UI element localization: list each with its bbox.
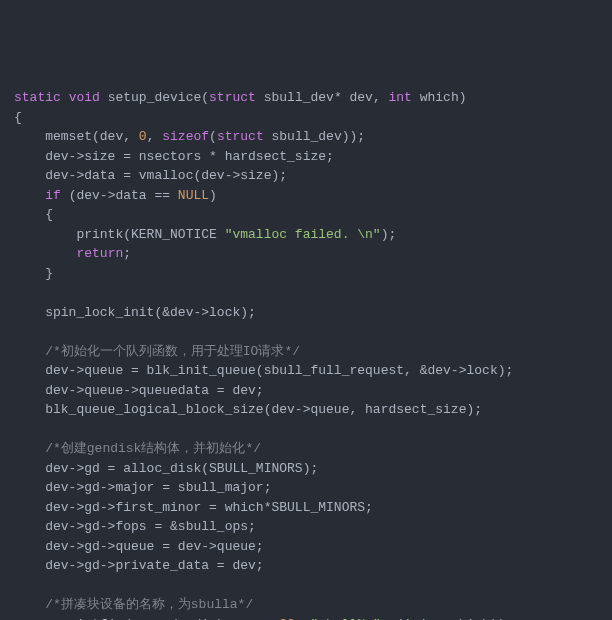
- code-text: dev->queue = blk_init_queue(sbull_full_r…: [14, 363, 513, 378]
- code-text: [14, 188, 45, 203]
- code-text: [14, 246, 76, 261]
- code-text: dev->queue->queuedata = dev;: [14, 383, 264, 398]
- code-editor[interactable]: static void setup_device(struct sbull_de…: [14, 88, 598, 620]
- keyword-int: int: [389, 90, 412, 105]
- keyword-return: return: [76, 246, 123, 261]
- code-text: dev->data = vmalloc(dev->size);: [14, 168, 287, 183]
- code-text: setup_device(: [100, 90, 209, 105]
- code-text: which): [412, 90, 467, 105]
- code-text: printk(KERN_NOTICE: [14, 227, 225, 242]
- code-text: dev->size = nsectors * hardsect_size;: [14, 149, 334, 164]
- code-text: (: [209, 129, 217, 144]
- code-text: , (: [381, 617, 404, 621]
- string-literal: "sbull%c": [310, 617, 380, 621]
- code-text: sbull_dev* dev,: [256, 90, 389, 105]
- number-literal: 0: [139, 129, 147, 144]
- code-text: {: [14, 110, 22, 125]
- comment: /*初始化一个队列函数，用于处理IO请求*/: [14, 344, 300, 359]
- code-text: }: [14, 266, 53, 281]
- string-literal: "vmalloc failed. \n": [225, 227, 381, 242]
- code-text: dev->gd->first_minor = which*SBULL_MINOR…: [14, 500, 373, 515]
- keyword-sizeof: sizeof: [162, 129, 209, 144]
- code-text: dev->gd->fops = &sbull_ops;: [14, 519, 256, 534]
- code-text: spin_lock_init(&dev->lock);: [14, 305, 256, 320]
- code-text: ;: [123, 246, 131, 261]
- code-text: (dev->data ==: [61, 188, 178, 203]
- code-text: ): [209, 188, 217, 203]
- char-literal: 'a': [404, 617, 427, 621]
- code-text: + which));: [428, 617, 514, 621]
- code-text: dev->gd->major = sbull_major;: [14, 480, 271, 495]
- code-text: sbull_dev));: [264, 129, 365, 144]
- code-text: memset(dev,: [14, 129, 139, 144]
- code-text: dev->gd->queue = dev->queue;: [14, 539, 264, 554]
- code-text: );: [381, 227, 397, 242]
- code-text: blk_queue_logical_block_size(dev->queue,…: [14, 402, 482, 417]
- keyword-static: static: [14, 90, 61, 105]
- keyword-if: if: [45, 188, 61, 203]
- code-text: dev->gd = alloc_disk(SBULL_MINORS);: [14, 461, 318, 476]
- keyword-struct: struct: [217, 129, 264, 144]
- keyword-struct: struct: [209, 90, 256, 105]
- code-text: {: [14, 207, 53, 222]
- null-literal: NULL: [178, 188, 209, 203]
- code-text: ,: [147, 129, 163, 144]
- comment: /*创建gendisk结构体，并初始化*/: [14, 441, 261, 456]
- code-text: ,: [295, 617, 311, 621]
- code-text: snprintf( dev->gd->disk_name,: [14, 617, 279, 621]
- comment: /*拼凑块设备的名称，为sbulla*/: [14, 597, 253, 612]
- number-literal: 32: [279, 617, 295, 621]
- code-text: dev->gd->private_data = dev;: [14, 558, 264, 573]
- keyword-void: void: [69, 90, 100, 105]
